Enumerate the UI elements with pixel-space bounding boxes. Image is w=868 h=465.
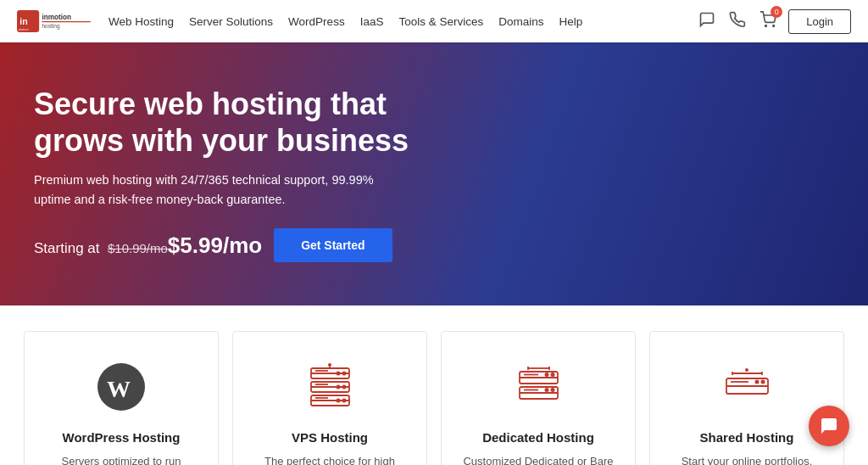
phone-icon[interactable] xyxy=(729,11,746,32)
login-button[interactable]: Login xyxy=(788,9,851,34)
vps-hosting-card: VPS Hosting The perfect choice for high … xyxy=(232,331,427,465)
svg-point-44 xyxy=(754,380,759,384)
shared-hosting-card: Shared Hosting Start your online portfol… xyxy=(649,331,844,465)
nav-iaas[interactable]: IaaS xyxy=(360,15,384,28)
cart-count: 0 xyxy=(771,6,782,18)
svg-point-34 xyxy=(550,388,554,392)
starting-at-label: Starting at $10.99/mo$5.99/mo xyxy=(34,232,262,259)
hero-section: Secure web hosting that grows with your … xyxy=(0,42,868,305)
navbar: in motion hosting inmotion hosting Web H… xyxy=(0,0,868,42)
vps-hosting-desc: The perfect choice for high traffic site… xyxy=(250,453,409,465)
svg-point-49 xyxy=(745,368,748,372)
svg-point-13 xyxy=(342,372,346,376)
hero-subtitle: Premium web hosting with 24/7/365 techni… xyxy=(34,171,407,210)
svg-text:in: in xyxy=(19,16,27,26)
hero-pricing: Starting at $10.99/mo$5.99/mo Get Starte… xyxy=(34,228,475,262)
hero-content: Secure web hosting that grows with your … xyxy=(0,86,509,263)
dedicated-icon xyxy=(509,357,568,417)
svg-point-14 xyxy=(336,372,340,376)
chat-icon[interactable] xyxy=(698,11,715,32)
nav-server-solutions[interactable]: Server Solutions xyxy=(189,15,273,28)
wordpress-icon: W xyxy=(92,357,151,417)
svg-point-30 xyxy=(550,373,554,377)
svg-text:inmotion: inmotion xyxy=(42,14,71,21)
wordpress-hosting-title: WordPress Hosting xyxy=(42,430,201,445)
shared-hosting-title: Shared Hosting xyxy=(667,430,826,445)
dedicated-hosting-desc: Customized Dedicated or Bare Metal resou… xyxy=(459,453,618,465)
vps-hosting-title: VPS Hosting xyxy=(250,430,409,445)
hero-title: Secure web hosting that grows with your … xyxy=(34,86,475,159)
shared-hosting-desc: Start your online portfolios, blogs, or … xyxy=(667,453,826,465)
svg-point-26 xyxy=(328,363,331,367)
svg-text:motion: motion xyxy=(19,27,29,31)
svg-text:W: W xyxy=(107,376,131,402)
hosting-cards-section: W WordPress Hosting Servers optimized to… xyxy=(0,305,868,465)
wordpress-hosting-desc: Servers optimized to run WordPress xyxy=(42,453,201,465)
sale-price: $5.99/mo xyxy=(168,232,262,258)
svg-point-18 xyxy=(336,385,340,389)
nav-tools-services[interactable]: Tools & Services xyxy=(398,15,483,28)
vps-icon xyxy=(300,357,359,417)
nav-domains[interactable]: Domains xyxy=(498,15,543,28)
live-chat-button[interactable] xyxy=(809,406,849,446)
original-price: $10.99/mo xyxy=(108,241,168,255)
svg-rect-6 xyxy=(42,21,90,22)
svg-point-21 xyxy=(342,399,346,403)
svg-point-35 xyxy=(544,388,548,392)
svg-point-17 xyxy=(342,385,346,389)
logo[interactable]: in motion hosting inmotion hosting xyxy=(17,6,93,36)
get-started-button[interactable]: Get Started xyxy=(274,228,392,262)
svg-text:hosting: hosting xyxy=(42,23,59,30)
shared-icon xyxy=(717,357,776,417)
nav-web-hosting[interactable]: Web Hosting xyxy=(108,15,174,28)
svg-point-22 xyxy=(336,399,340,403)
svg-point-7 xyxy=(765,25,767,26)
dedicated-hosting-title: Dedicated Hosting xyxy=(459,430,618,445)
wordpress-hosting-card: W WordPress Hosting Servers optimized to… xyxy=(24,331,219,465)
nav-wordpress[interactable]: WordPress xyxy=(288,15,345,28)
cart-icon[interactable]: 0 xyxy=(760,11,776,32)
svg-point-43 xyxy=(760,380,765,384)
nav-links: Web Hosting Server Solutions WordPress I… xyxy=(108,15,698,28)
nav-help[interactable]: Help xyxy=(559,15,583,28)
svg-point-31 xyxy=(544,373,548,377)
svg-point-8 xyxy=(773,25,775,26)
svg-text:hosting: hosting xyxy=(19,32,29,36)
nav-icons: 0 xyxy=(698,11,776,32)
dedicated-hosting-card: Dedicated Hosting Customized Dedicated o… xyxy=(441,331,636,465)
